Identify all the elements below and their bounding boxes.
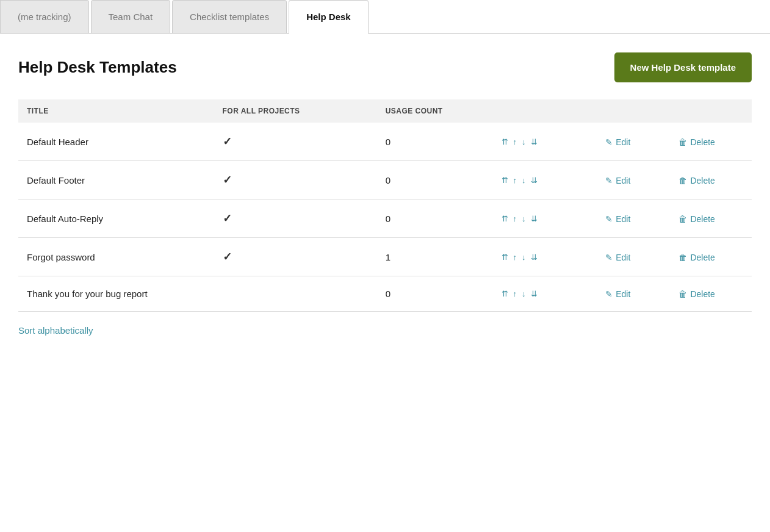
delete-label: Delete — [690, 214, 714, 224]
cell-edit: ✎Edit — [597, 123, 670, 161]
edit-icon: ✎ — [605, 176, 613, 185]
edit-button[interactable]: ✎Edit — [605, 289, 630, 299]
sort-arrows: ⇈↑↓⇊ — [500, 252, 589, 262]
checkmark-icon: ✓ — [223, 174, 232, 186]
delete-icon: 🗑 — [678, 289, 687, 299]
delete-label: Delete — [690, 253, 714, 262]
col-header-usage-count: USAGE COUNT — [377, 99, 491, 123]
cell-all-projects: ✓ — [214, 200, 377, 238]
cell-title: Default Header — [18, 123, 214, 161]
move-to-top-button[interactable]: ⇈ — [500, 214, 510, 224]
delete-button[interactable]: 🗑Delete — [678, 289, 714, 299]
cell-delete: 🗑Delete — [670, 161, 752, 200]
col-header-all-projects: FOR ALL PROJECTS — [214, 99, 377, 123]
edit-icon: ✎ — [605, 289, 613, 299]
edit-label: Edit — [616, 137, 630, 147]
cell-all-projects — [214, 276, 377, 312]
sort-arrows: ⇈↑↓⇊ — [500, 214, 589, 224]
move-to-bottom-button[interactable]: ⇊ — [529, 252, 539, 262]
cell-title: Default Footer — [18, 161, 214, 200]
edit-label: Edit — [616, 253, 630, 262]
delete-button[interactable]: 🗑Delete — [678, 137, 714, 147]
cell-title: Default Auto-Reply — [18, 200, 214, 238]
cell-sort: ⇈↑↓⇊ — [491, 276, 597, 312]
cell-usage-count: 1 — [377, 238, 491, 276]
cell-edit: ✎Edit — [597, 200, 670, 238]
checkmark-icon: ✓ — [223, 212, 232, 225]
table-row: Thank you for your bug report0⇈↑↓⇊✎Edit🗑… — [18, 276, 752, 312]
cell-delete: 🗑Delete — [670, 123, 752, 161]
col-header-delete — [670, 99, 752, 123]
edit-button[interactable]: ✎Edit — [605, 253, 630, 262]
move-down-button[interactable]: ↓ — [520, 175, 528, 185]
move-to-top-button[interactable]: ⇈ — [500, 137, 510, 147]
tabs-bar: (me tracking) Team Chat Checklist templa… — [0, 0, 770, 34]
move-to-top-button[interactable]: ⇈ — [500, 175, 510, 185]
edit-button[interactable]: ✎Edit — [605, 137, 630, 147]
cell-all-projects: ✓ — [214, 161, 377, 200]
cell-edit: ✎Edit — [597, 238, 670, 276]
move-down-button[interactable]: ↓ — [520, 252, 528, 262]
edit-icon: ✎ — [605, 137, 613, 147]
tab-checklist-templates[interactable]: Checklist templates — [172, 0, 287, 33]
move-up-button[interactable]: ↑ — [511, 175, 519, 185]
move-up-button[interactable]: ↑ — [511, 214, 519, 224]
delete-label: Delete — [690, 137, 714, 147]
move-to-bottom-button[interactable]: ⇊ — [529, 289, 539, 299]
sort-arrows: ⇈↑↓⇊ — [500, 175, 589, 185]
table-body: Default Header✓0⇈↑↓⇊✎Edit🗑DeleteDefault … — [18, 123, 752, 312]
move-down-button[interactable]: ↓ — [520, 137, 528, 147]
tab-team-chat[interactable]: Team Chat — [91, 0, 171, 33]
edit-label: Edit — [616, 289, 630, 299]
cell-all-projects: ✓ — [214, 123, 377, 161]
page-header: Help Desk Templates New Help Desk templa… — [18, 52, 752, 82]
delete-button[interactable]: 🗑Delete — [678, 253, 714, 262]
checkmark-icon: ✓ — [223, 251, 232, 263]
cell-sort: ⇈↑↓⇊ — [491, 238, 597, 276]
cell-delete: 🗑Delete — [670, 200, 752, 238]
table-header: TITLE FOR ALL PROJECTS USAGE COUNT — [18, 99, 752, 123]
edit-icon: ✎ — [605, 253, 613, 262]
delete-button[interactable]: 🗑Delete — [678, 214, 714, 224]
move-to-top-button[interactable]: ⇈ — [500, 252, 510, 262]
cell-usage-count: 0 — [377, 276, 491, 312]
checkmark-icon: ✓ — [223, 135, 232, 148]
cell-usage-count: 0 — [377, 161, 491, 200]
delete-button[interactable]: 🗑Delete — [678, 176, 714, 185]
edit-button[interactable]: ✎Edit — [605, 176, 630, 185]
delete-icon: 🗑 — [678, 137, 687, 147]
move-up-button[interactable]: ↑ — [511, 137, 519, 147]
delete-icon: 🗑 — [678, 253, 687, 262]
move-up-button[interactable]: ↑ — [511, 289, 519, 299]
cell-sort: ⇈↑↓⇊ — [491, 123, 597, 161]
col-header-edit — [597, 99, 670, 123]
tab-time-tracking[interactable]: (me tracking) — [0, 0, 89, 33]
edit-label: Edit — [616, 214, 630, 224]
edit-button[interactable]: ✎Edit — [605, 214, 630, 224]
edit-label: Edit — [616, 176, 630, 185]
table-row: Forgot password✓1⇈↑↓⇊✎Edit🗑Delete — [18, 238, 752, 276]
move-to-bottom-button[interactable]: ⇊ — [529, 175, 539, 185]
table-row: Default Footer✓0⇈↑↓⇊✎Edit🗑Delete — [18, 161, 752, 200]
move-to-top-button[interactable]: ⇈ — [500, 289, 510, 299]
table-row: Default Auto-Reply✓0⇈↑↓⇊✎Edit🗑Delete — [18, 200, 752, 238]
templates-table: TITLE FOR ALL PROJECTS USAGE COUNT Defau… — [18, 99, 752, 312]
new-template-button[interactable]: New Help Desk template — [614, 52, 752, 82]
sort-alphabetically-link[interactable]: Sort alphabetically — [18, 325, 93, 336]
sort-arrows: ⇈↑↓⇊ — [500, 137, 589, 147]
move-down-button[interactable]: ↓ — [520, 214, 528, 224]
move-down-button[interactable]: ↓ — [520, 289, 528, 299]
tab-help-desk[interactable]: Help Desk — [289, 0, 369, 34]
sort-arrows: ⇈↑↓⇊ — [500, 289, 589, 299]
move-up-button[interactable]: ↑ — [511, 252, 519, 262]
col-header-title: TITLE — [18, 99, 214, 123]
page-title: Help Desk Templates — [18, 58, 177, 77]
cell-title: Thank you for your bug report — [18, 276, 214, 312]
cell-edit: ✎Edit — [597, 276, 670, 312]
cell-delete: 🗑Delete — [670, 238, 752, 276]
move-to-bottom-button[interactable]: ⇊ — [529, 214, 539, 224]
delete-icon: 🗑 — [678, 214, 687, 224]
cell-usage-count: 0 — [377, 200, 491, 238]
cell-sort: ⇈↑↓⇊ — [491, 200, 597, 238]
move-to-bottom-button[interactable]: ⇊ — [529, 137, 539, 147]
